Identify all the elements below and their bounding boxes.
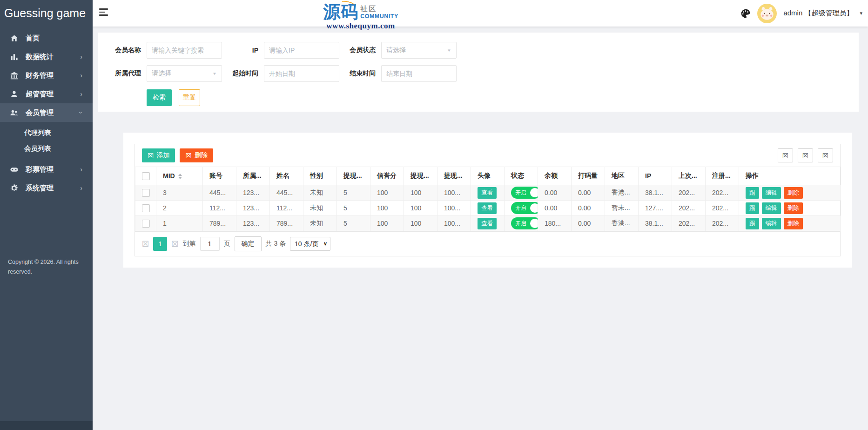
search-button[interactable]: 检索	[147, 89, 172, 106]
chart-icon	[10, 53, 19, 61]
row-checkbox[interactable]	[142, 220, 150, 228]
view-avatar-button[interactable]: 查看	[478, 202, 497, 214]
table-row: 1 789... 123... 789... 未知 5 100 100 100.…	[135, 216, 841, 231]
cell-gender: 未知	[303, 185, 337, 201]
menu-toggle-icon[interactable]	[99, 8, 108, 18]
theme-palette-icon[interactable]	[740, 8, 751, 19]
chevron-right-icon: ›	[80, 90, 82, 98]
page-number-active[interactable]: 1	[153, 237, 167, 251]
field-label-start-time: 起始时间	[224, 69, 258, 78]
end-date-input[interactable]	[381, 65, 457, 82]
cell-balance: 180...	[538, 216, 572, 231]
chevron-right-icon: ›	[80, 166, 82, 173]
col-region: 地区	[605, 167, 639, 185]
cell-name: 445...	[270, 185, 303, 201]
export-icon: ☒	[822, 152, 828, 159]
col-avatar: 头像	[471, 167, 505, 185]
cell-mid: 3	[156, 185, 203, 201]
member-name-input[interactable]	[147, 42, 222, 59]
cell-withdraw1: 5	[337, 201, 370, 216]
copyright-text: Copyright © 2026. All rights reserved.	[8, 257, 82, 277]
edit-button[interactable]: 编辑	[762, 187, 781, 199]
site-logo: 源码 社区 COMMUNITY www.shequym.com	[319, 3, 403, 31]
col-agent: 所属...	[236, 167, 270, 185]
sidebar-item-superadmin[interactable]: 超管管理 ›	[0, 85, 93, 103]
row-delete-button[interactable]: 删除	[784, 187, 803, 199]
page-size-select[interactable]: 10 条/页	[290, 237, 330, 251]
table-toolbar: ☒ 添加 ☒ 删除 ☒ ☒ ☒	[135, 144, 840, 167]
sidebar-item-system[interactable]: 系统管理 ›	[0, 179, 93, 197]
view-avatar-button[interactable]: 查看	[478, 187, 497, 199]
cell-last-time: 202...	[672, 185, 706, 201]
col-mid[interactable]: MID	[156, 167, 203, 185]
sidebar-item-members[interactable]: 会员管理 ›	[0, 103, 93, 122]
goto-page-input[interactable]	[200, 237, 220, 251]
cell-withdraw2: 100	[404, 201, 437, 216]
status-toggle[interactable]: 开启	[511, 217, 538, 229]
start-date-input[interactable]	[264, 65, 339, 82]
col-account: 账号	[203, 167, 236, 185]
sidebar-item-statistics[interactable]: 数据统计 ›	[0, 47, 93, 66]
agent-select[interactable]: 请选择 ▼	[147, 65, 222, 82]
gear-icon	[10, 184, 19, 193]
cell-reg-time: 202...	[706, 201, 739, 216]
status-toggle[interactable]: 开启	[511, 187, 538, 199]
edit-button[interactable]: 编辑	[762, 202, 781, 214]
select-all-checkbox[interactable]	[142, 172, 150, 180]
member-status-select[interactable]: 请选择 ▼	[381, 42, 457, 59]
sidebar-item-label: 超管管理	[26, 90, 54, 99]
kick-button[interactable]: 踢	[746, 218, 759, 229]
refresh-icon-button[interactable]: ☒	[778, 148, 793, 162]
edit-button[interactable]: 编辑	[762, 218, 781, 229]
col-balance: 余额	[538, 167, 572, 185]
cell-mid: 2	[156, 201, 203, 216]
select-placeholder: 请选择	[152, 69, 171, 78]
kick-button[interactable]: 踢	[746, 187, 759, 199]
sidebar-item-label: 财务管理	[26, 71, 54, 80]
sidebar-item-lottery[interactable]: 彩票管理 ›	[0, 160, 93, 179]
sidebar-item-agent-list[interactable]: 代理列表	[0, 125, 93, 141]
admin-dropdown[interactable]: admin 【超级管理员】	[783, 9, 853, 18]
avatar[interactable]	[757, 4, 777, 23]
delete-button[interactable]: ☒ 删除	[180, 148, 213, 162]
goto-confirm-button[interactable]: 确定	[235, 236, 262, 251]
select-caret-icon: ▼	[447, 48, 451, 53]
sidebar-item-member-list[interactable]: 会员列表	[0, 141, 93, 156]
row-checkbox[interactable]	[142, 189, 150, 197]
sidebar-item-home[interactable]: 首页	[0, 29, 93, 47]
filter-columns-icon-button[interactable]: ☒	[798, 148, 813, 162]
dropdown-caret-icon[interactable]: ▾	[860, 10, 862, 16]
total-count-label: 共 3 条	[266, 240, 286, 248]
col-credit: 信誉分	[370, 167, 404, 185]
cell-name: 112...	[270, 201, 303, 216]
cell-ip: 127....	[639, 201, 672, 216]
col-withdraw1: 提现...	[337, 167, 370, 185]
cell-last-time: 202...	[672, 201, 706, 216]
reset-button[interactable]: 重置	[179, 89, 200, 106]
sort-icon[interactable]	[178, 174, 182, 179]
cell-turnover: 0.00	[572, 185, 605, 201]
status-toggle[interactable]: 开启	[511, 202, 538, 214]
export-icon-button[interactable]: ☒	[818, 148, 833, 162]
sidebar-item-finance[interactable]: 财务管理 ›	[0, 66, 93, 85]
delete-button-label: 删除	[195, 151, 208, 160]
cell-account: 112...	[203, 201, 236, 216]
kick-button[interactable]: 踢	[746, 202, 759, 214]
next-page-icon[interactable]: ☒	[171, 240, 178, 248]
filter-icon: ☒	[802, 152, 808, 159]
row-delete-button[interactable]: 删除	[784, 202, 803, 214]
cell-reg-time: 202...	[706, 216, 739, 231]
col-name: 姓名	[270, 167, 303, 185]
add-icon: ☒	[148, 152, 154, 159]
view-avatar-button[interactable]: 查看	[478, 218, 497, 229]
row-delete-button[interactable]: 删除	[784, 218, 803, 229]
add-button[interactable]: ☒ 添加	[142, 148, 175, 162]
member-table-card: ☒ 添加 ☒ 删除 ☒ ☒ ☒ MID	[123, 133, 852, 268]
prev-page-icon[interactable]: ☒	[142, 240, 149, 248]
row-checkbox[interactable]	[142, 204, 150, 212]
field-label-ip: IP	[224, 47, 258, 54]
ip-input[interactable]	[264, 42, 339, 59]
cell-account: 445...	[203, 185, 236, 201]
sidebar-item-label: 系统管理	[26, 184, 54, 193]
col-last-time: 上次...	[672, 167, 706, 185]
